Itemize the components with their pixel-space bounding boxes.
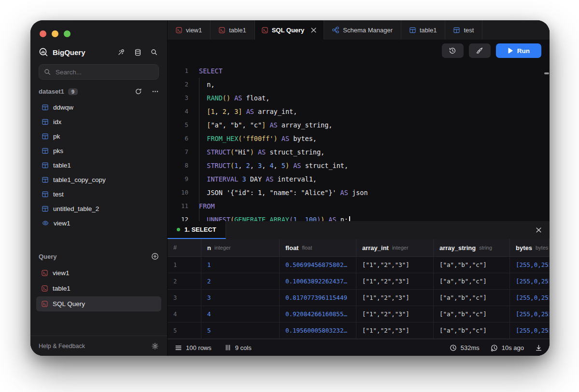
sidebar-item-table1[interactable]: table1 [30, 158, 167, 172]
sidebar-search[interactable] [39, 64, 159, 80]
tab-label: view1 [186, 27, 202, 34]
code-line-6[interactable]: 6 FROM_HEX('ff00ff') AS bytes, [168, 132, 550, 145]
query-item-sql-query[interactable]: SQL Query [36, 296, 161, 311]
row-number-cell[interactable]: 3 [168, 290, 201, 306]
code-line-5[interactable]: 5 ["a", "b", "c"] AS array_string, [168, 118, 550, 132]
dataset-row[interactable]: dataset1 9 [39, 88, 159, 95]
database-icon[interactable] [134, 49, 141, 56]
sidebar-item-ddwqw[interactable]: ddwqw [30, 100, 167, 114]
table-cell[interactable]: 5 [201, 322, 280, 338]
table-cell[interactable]: 0.19560005803232… [280, 322, 356, 338]
table-cell[interactable]: ["a","b","c"] [434, 306, 510, 322]
help-feedback-link[interactable]: Help & Feedback [39, 343, 85, 350]
results-tab-select[interactable]: 1. SELECT [168, 221, 226, 239]
code-line-2[interactable]: 2 n, [168, 78, 550, 91]
sql-icon [262, 27, 268, 33]
ellipsis-icon[interactable] [152, 88, 159, 95]
code-line-1[interactable]: 1SELECT [168, 64, 550, 78]
download-icon[interactable] [535, 344, 542, 351]
sidebar-item-test[interactable]: test [30, 187, 167, 201]
tab-test[interactable]: test [445, 20, 482, 40]
table-cell[interactable]: ["1","2","3"] [356, 273, 434, 289]
table-cell[interactable]: ["1","2","3"] [356, 306, 434, 322]
table-cell[interactable]: ["1","2","3"] [356, 322, 434, 338]
tab-sql-query[interactable]: SQL Query [255, 20, 325, 40]
table-cell[interactable]: [255,0,255] [510, 257, 550, 273]
zoom-button[interactable] [64, 30, 71, 37]
table-cell[interactable]: [255,0,255] [510, 273, 550, 289]
tree-item-label: test [53, 191, 64, 198]
sidebar-item-table1-copy-copy[interactable]: table1_copy_copy [30, 172, 167, 187]
code-line-3[interactable]: 3 RAND() AS float, [168, 91, 550, 105]
minimize-button[interactable] [52, 30, 58, 37]
tab-label: table1 [229, 27, 246, 34]
row-number-cell[interactable]: 5 [168, 322, 201, 338]
format-query-button[interactable] [469, 43, 491, 58]
column-header-bytes[interactable]: bytesbytes [510, 239, 550, 256]
gear-icon[interactable] [151, 342, 159, 350]
search-icon[interactable] [151, 49, 157, 56]
sidebar-item-idx[interactable]: idx [30, 114, 167, 129]
table-cell[interactable]: ["1","2","3"] [356, 290, 434, 306]
column-name: array_int [362, 244, 389, 252]
sidebar-item-pks[interactable]: pks [30, 143, 167, 158]
tab-label: Schema Manager [343, 27, 393, 34]
table-cell[interactable]: [255,0,255] [510, 322, 550, 338]
table-cell[interactable]: 1 [201, 257, 280, 273]
line-number: 11 [168, 199, 188, 213]
column-header-array-string[interactable]: array_stringstring [434, 239, 510, 256]
tab-table1[interactable]: table1 [401, 20, 445, 40]
sidebar-item-untitled-table-2[interactable]: untitled_table_2 [30, 201, 167, 216]
column-header-n[interactable]: ninteger [201, 239, 280, 256]
table-cell[interactable]: 4 [201, 306, 280, 322]
sidebar-item-view1[interactable]: view1 [30, 216, 167, 230]
code-line-10[interactable]: 10 JSON '{"id": 1, "name": "Alice"}' AS … [168, 186, 550, 199]
editor-scrollbar-thumb[interactable] [544, 72, 549, 74]
tab-close-icon[interactable] [311, 27, 317, 33]
code-line-11[interactable]: 11FROM [168, 199, 550, 213]
tab-table1[interactable]: table1 [211, 20, 254, 40]
results-close-icon[interactable] [536, 227, 542, 233]
row-number-cell[interactable]: 2 [168, 273, 201, 289]
table-icon [42, 191, 48, 197]
code-line-8[interactable]: 8 STRUCT(1, 2, 3, 4, 5) AS struct_int, [168, 159, 550, 172]
query-item-table1[interactable]: table1 [36, 281, 161, 296]
table-cell[interactable]: ["1","2","3"] [356, 257, 434, 273]
table-icon [453, 27, 460, 33]
code-line-7[interactable]: 7 STRUCT("Hi") AS struct_string, [168, 145, 550, 159]
code-line-9[interactable]: 9 INTERVAL 3 DAY AS interval1, [168, 172, 550, 186]
table-cell[interactable]: [255,0,255] [510, 306, 550, 322]
table-cell[interactable]: 0.817077396115449 [280, 290, 356, 306]
query-item-view1[interactable]: view1 [36, 266, 161, 280]
table-cell[interactable]: ["a","b","c"] [434, 257, 510, 273]
code-line-4[interactable]: 4 [1, 2, 3] AS array_int, [168, 105, 550, 118]
column-header-hash[interactable]: # [168, 239, 201, 256]
add-query-button[interactable] [151, 252, 159, 260]
table-cell[interactable]: ["a","b","c"] [434, 322, 510, 338]
refresh-icon[interactable] [135, 88, 142, 95]
table-cell[interactable]: ["a","b","c"] [434, 290, 510, 306]
close-button[interactable] [40, 30, 46, 37]
table-cell[interactable]: 3 [201, 290, 280, 306]
sql-editor[interactable]: 1SELECT2 n,3 RAND() AS float,4 [1, 2, 3]… [168, 62, 550, 221]
tab-schema-manager[interactable]: Schema Manager [324, 20, 401, 40]
query-history-button[interactable] [442, 43, 464, 58]
tab-view1[interactable]: view1 [168, 20, 211, 40]
table-cell[interactable]: 0.92084266160855… [280, 306, 356, 322]
column-header-array-int[interactable]: array_intinteger [356, 239, 434, 256]
table-cell[interactable]: ["a","b","c"] [434, 273, 510, 289]
column-header-float[interactable]: floatfloat [280, 239, 356, 256]
search-input[interactable] [55, 68, 154, 76]
table-cell[interactable]: 2 [201, 273, 280, 289]
sidebar-item-pk[interactable]: pk [30, 129, 167, 143]
query-item-label: view1 [53, 269, 70, 277]
row-number-cell[interactable]: 1 [168, 257, 201, 273]
pin-icon[interactable] [117, 48, 125, 56]
code-line-12[interactable]: 12 UNNEST(GENERATE_ARRAY(1, 100)) AS n; [168, 213, 550, 221]
table-cell[interactable]: [255,0,255] [510, 290, 550, 306]
run-button[interactable]: Run [496, 43, 541, 58]
sql-icon [42, 301, 48, 307]
table-cell[interactable]: 0.10063892262437… [280, 273, 356, 289]
table-cell[interactable]: 0.50699456875802… [280, 257, 356, 273]
row-number-cell[interactable]: 4 [168, 306, 201, 322]
